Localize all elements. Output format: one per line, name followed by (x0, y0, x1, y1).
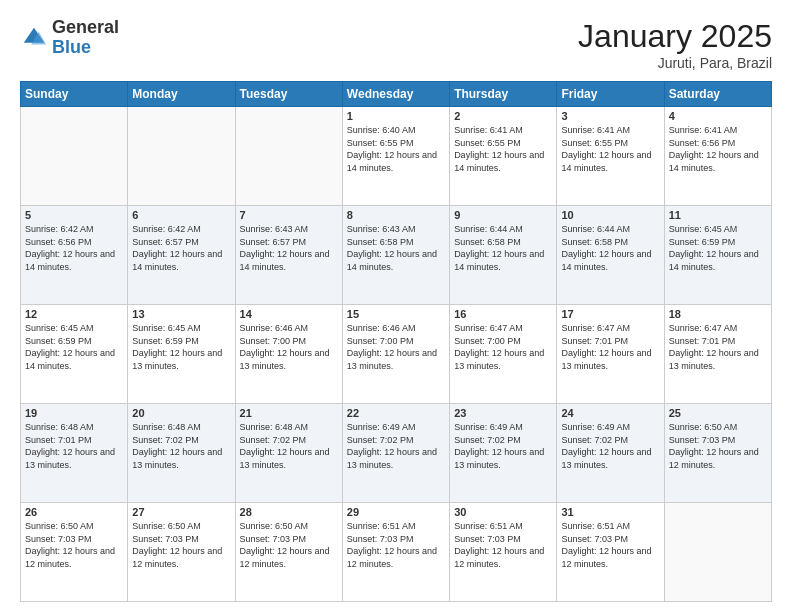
day-info: Sunrise: 6:47 AMSunset: 7:00 PMDaylight:… (454, 322, 552, 372)
calendar-cell (664, 503, 771, 602)
calendar-cell: 11Sunrise: 6:45 AMSunset: 6:59 PMDayligh… (664, 206, 771, 305)
day-info: Sunrise: 6:49 AMSunset: 7:02 PMDaylight:… (347, 421, 445, 471)
day-number: 11 (669, 209, 767, 221)
calendar-cell: 27Sunrise: 6:50 AMSunset: 7:03 PMDayligh… (128, 503, 235, 602)
calendar-cell: 16Sunrise: 6:47 AMSunset: 7:00 PMDayligh… (450, 305, 557, 404)
calendar-cell: 21Sunrise: 6:48 AMSunset: 7:02 PMDayligh… (235, 404, 342, 503)
day-info: Sunrise: 6:44 AMSunset: 6:58 PMDaylight:… (561, 223, 659, 273)
calendar-cell: 5Sunrise: 6:42 AMSunset: 6:56 PMDaylight… (21, 206, 128, 305)
location-subtitle: Juruti, Para, Brazil (578, 55, 772, 71)
day-number: 30 (454, 506, 552, 518)
calendar-cell: 25Sunrise: 6:50 AMSunset: 7:03 PMDayligh… (664, 404, 771, 503)
day-info: Sunrise: 6:41 AMSunset: 6:56 PMDaylight:… (669, 124, 767, 174)
calendar-week-4: 19Sunrise: 6:48 AMSunset: 7:01 PMDayligh… (21, 404, 772, 503)
day-info: Sunrise: 6:42 AMSunset: 6:56 PMDaylight:… (25, 223, 123, 273)
day-info: Sunrise: 6:47 AMSunset: 7:01 PMDaylight:… (669, 322, 767, 372)
day-info: Sunrise: 6:41 AMSunset: 6:55 PMDaylight:… (454, 124, 552, 174)
calendar-cell: 12Sunrise: 6:45 AMSunset: 6:59 PMDayligh… (21, 305, 128, 404)
day-info: Sunrise: 6:46 AMSunset: 7:00 PMDaylight:… (347, 322, 445, 372)
col-header-thursday: Thursday (450, 82, 557, 107)
day-number: 15 (347, 308, 445, 320)
day-number: 29 (347, 506, 445, 518)
calendar-header-row: SundayMondayTuesdayWednesdayThursdayFrid… (21, 82, 772, 107)
calendar-week-2: 5Sunrise: 6:42 AMSunset: 6:56 PMDaylight… (21, 206, 772, 305)
day-info: Sunrise: 6:49 AMSunset: 7:02 PMDaylight:… (454, 421, 552, 471)
day-number: 31 (561, 506, 659, 518)
day-number: 21 (240, 407, 338, 419)
day-number: 9 (454, 209, 552, 221)
month-title: January 2025 (578, 18, 772, 55)
day-number: 12 (25, 308, 123, 320)
day-info: Sunrise: 6:51 AMSunset: 7:03 PMDaylight:… (561, 520, 659, 570)
calendar-cell (128, 107, 235, 206)
day-number: 18 (669, 308, 767, 320)
day-number: 13 (132, 308, 230, 320)
day-number: 7 (240, 209, 338, 221)
logo-blue-text: Blue (52, 37, 91, 57)
calendar-cell: 18Sunrise: 6:47 AMSunset: 7:01 PMDayligh… (664, 305, 771, 404)
day-number: 14 (240, 308, 338, 320)
calendar-week-5: 26Sunrise: 6:50 AMSunset: 7:03 PMDayligh… (21, 503, 772, 602)
calendar-cell: 10Sunrise: 6:44 AMSunset: 6:58 PMDayligh… (557, 206, 664, 305)
day-number: 6 (132, 209, 230, 221)
day-info: Sunrise: 6:51 AMSunset: 7:03 PMDaylight:… (454, 520, 552, 570)
calendar-cell: 14Sunrise: 6:46 AMSunset: 7:00 PMDayligh… (235, 305, 342, 404)
day-number: 2 (454, 110, 552, 122)
calendar-week-3: 12Sunrise: 6:45 AMSunset: 6:59 PMDayligh… (21, 305, 772, 404)
day-number: 25 (669, 407, 767, 419)
calendar-cell: 3Sunrise: 6:41 AMSunset: 6:55 PMDaylight… (557, 107, 664, 206)
header: General Blue January 2025 Juruti, Para, … (20, 18, 772, 71)
calendar-cell: 15Sunrise: 6:46 AMSunset: 7:00 PMDayligh… (342, 305, 449, 404)
day-info: Sunrise: 6:45 AMSunset: 6:59 PMDaylight:… (669, 223, 767, 273)
day-number: 16 (454, 308, 552, 320)
calendar-cell: 7Sunrise: 6:43 AMSunset: 6:57 PMDaylight… (235, 206, 342, 305)
calendar-cell: 13Sunrise: 6:45 AMSunset: 6:59 PMDayligh… (128, 305, 235, 404)
calendar-table: SundayMondayTuesdayWednesdayThursdayFrid… (20, 81, 772, 602)
calendar-cell: 31Sunrise: 6:51 AMSunset: 7:03 PMDayligh… (557, 503, 664, 602)
day-number: 17 (561, 308, 659, 320)
day-info: Sunrise: 6:45 AMSunset: 6:59 PMDaylight:… (132, 322, 230, 372)
calendar-cell: 20Sunrise: 6:48 AMSunset: 7:02 PMDayligh… (128, 404, 235, 503)
day-info: Sunrise: 6:45 AMSunset: 6:59 PMDaylight:… (25, 322, 123, 372)
day-number: 19 (25, 407, 123, 419)
col-header-wednesday: Wednesday (342, 82, 449, 107)
logo-general-text: General (52, 17, 119, 37)
day-info: Sunrise: 6:50 AMSunset: 7:03 PMDaylight:… (240, 520, 338, 570)
calendar-cell: 24Sunrise: 6:49 AMSunset: 7:02 PMDayligh… (557, 404, 664, 503)
day-number: 8 (347, 209, 445, 221)
calendar-cell (21, 107, 128, 206)
day-info: Sunrise: 6:50 AMSunset: 7:03 PMDaylight:… (132, 520, 230, 570)
col-header-tuesday: Tuesday (235, 82, 342, 107)
calendar-cell: 9Sunrise: 6:44 AMSunset: 6:58 PMDaylight… (450, 206, 557, 305)
day-number: 22 (347, 407, 445, 419)
calendar-cell: 19Sunrise: 6:48 AMSunset: 7:01 PMDayligh… (21, 404, 128, 503)
day-info: Sunrise: 6:44 AMSunset: 6:58 PMDaylight:… (454, 223, 552, 273)
day-info: Sunrise: 6:41 AMSunset: 6:55 PMDaylight:… (561, 124, 659, 174)
calendar-cell: 28Sunrise: 6:50 AMSunset: 7:03 PMDayligh… (235, 503, 342, 602)
calendar-cell: 6Sunrise: 6:42 AMSunset: 6:57 PMDaylight… (128, 206, 235, 305)
day-info: Sunrise: 6:50 AMSunset: 7:03 PMDaylight:… (669, 421, 767, 471)
day-info: Sunrise: 6:43 AMSunset: 6:57 PMDaylight:… (240, 223, 338, 273)
day-info: Sunrise: 6:50 AMSunset: 7:03 PMDaylight:… (25, 520, 123, 570)
calendar-week-1: 1Sunrise: 6:40 AMSunset: 6:55 PMDaylight… (21, 107, 772, 206)
day-number: 5 (25, 209, 123, 221)
page: General Blue January 2025 Juruti, Para, … (0, 0, 792, 612)
calendar-cell: 26Sunrise: 6:50 AMSunset: 7:03 PMDayligh… (21, 503, 128, 602)
calendar-cell: 8Sunrise: 6:43 AMSunset: 6:58 PMDaylight… (342, 206, 449, 305)
calendar-cell: 29Sunrise: 6:51 AMSunset: 7:03 PMDayligh… (342, 503, 449, 602)
calendar-cell: 23Sunrise: 6:49 AMSunset: 7:02 PMDayligh… (450, 404, 557, 503)
day-info: Sunrise: 6:51 AMSunset: 7:03 PMDaylight:… (347, 520, 445, 570)
day-number: 1 (347, 110, 445, 122)
calendar-cell: 2Sunrise: 6:41 AMSunset: 6:55 PMDaylight… (450, 107, 557, 206)
col-header-sunday: Sunday (21, 82, 128, 107)
day-info: Sunrise: 6:46 AMSunset: 7:00 PMDaylight:… (240, 322, 338, 372)
logo: General Blue (20, 18, 119, 58)
day-number: 20 (132, 407, 230, 419)
day-number: 10 (561, 209, 659, 221)
col-header-saturday: Saturday (664, 82, 771, 107)
calendar-cell: 22Sunrise: 6:49 AMSunset: 7:02 PMDayligh… (342, 404, 449, 503)
col-header-monday: Monday (128, 82, 235, 107)
day-info: Sunrise: 6:47 AMSunset: 7:01 PMDaylight:… (561, 322, 659, 372)
day-info: Sunrise: 6:49 AMSunset: 7:02 PMDaylight:… (561, 421, 659, 471)
logo-icon (20, 24, 48, 52)
